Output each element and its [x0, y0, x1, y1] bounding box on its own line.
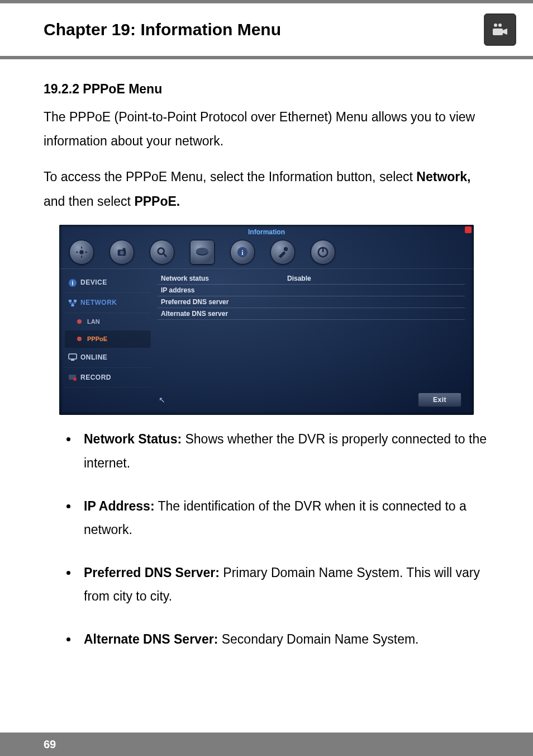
camera-icon — [484, 13, 516, 46]
list-item: Preferred DNS Server: Primary Domain Nam… — [78, 561, 489, 608]
tools-tool-icon[interactable] — [270, 240, 295, 264]
svg-point-10 — [120, 251, 123, 255]
sidebar-label-record: RECORD — [80, 374, 111, 381]
table-row: Alternate DNS server — [158, 308, 465, 320]
row-label-alt-dns: Alternate DNS server — [158, 308, 284, 320]
close-icon[interactable] — [465, 226, 472, 233]
svg-point-4 — [79, 251, 83, 254]
sidebar-item-online[interactable]: ONLINE — [65, 348, 151, 368]
sidebar-label-network: NETWORK — [80, 299, 117, 306]
term-ip-address: IP Address: — [84, 499, 155, 513]
term-preferred-dns: Preferred DNS Server: — [84, 565, 220, 580]
term-network-status: Network Status: — [84, 432, 182, 446]
svg-rect-24 — [74, 300, 77, 302]
bullet-icon — [77, 337, 82, 341]
intro-paragraph-1: The PPPoE (Point-to-Point Protocol over … — [44, 105, 489, 154]
screenshot-wrap: Information — [59, 225, 474, 415]
chapter-title: Chapter 19: Information Menu — [44, 20, 281, 39]
svg-rect-6 — [81, 256, 82, 258]
description-list: Network Status: Shows whether the DVR is… — [44, 427, 489, 651]
exit-button[interactable]: Exit — [418, 393, 461, 407]
svg-rect-27 — [71, 360, 74, 361]
intro-paragraph-2: To access the PPPoE Menu, select the Inf… — [44, 165, 489, 214]
svg-marker-3 — [503, 29, 507, 35]
exit-button-label: Exit — [433, 394, 446, 407]
svg-point-18 — [284, 247, 288, 251]
content: 19.2.2 PPPoE Menu The PPPoE (Point-to-Po… — [0, 59, 533, 651]
list-item: Network Status: Shows whether the DVR is… — [78, 427, 489, 475]
camera-tool-icon[interactable] — [110, 240, 134, 264]
monitor-icon — [68, 353, 77, 362]
sidebar-item-network[interactable]: NETWORK — [65, 293, 151, 313]
search-tool-icon[interactable] — [150, 240, 174, 264]
row-value-network-status: Disable — [284, 272, 465, 285]
section-heading: 19.2.2 PPPoE Menu — [44, 77, 489, 102]
page: Chapter 19: Information Menu 19.2.2 PPPo… — [0, 0, 533, 756]
svg-rect-5 — [81, 247, 82, 249]
sidebar: i DEVICE NETWORK LAN — [65, 273, 151, 388]
svg-text:i: i — [72, 280, 74, 286]
sidebar-sub-pppoe[interactable]: PPPoE — [65, 330, 151, 348]
info-tool-icon[interactable]: i — [230, 240, 255, 264]
header: Chapter 19: Information Menu — [0, 3, 533, 56]
svg-point-0 — [494, 23, 497, 27]
sidebar-item-record[interactable]: RECORD — [65, 368, 151, 388]
list-item: Alternate DNS Server: Secondary Domain N… — [78, 627, 489, 651]
row-label-ip: IP address — [158, 284, 284, 297]
svg-point-1 — [498, 23, 502, 27]
toolbar: i — [59, 237, 474, 267]
svg-point-12 — [158, 248, 164, 254]
table-row: Network status Disable — [158, 273, 465, 285]
footer: 69 — [0, 733, 533, 756]
sidebar-item-device[interactable]: i DEVICE — [65, 273, 151, 293]
row-label-network-status: Network status — [158, 272, 284, 285]
info-table: Network status Disable IP address Prefer… — [158, 273, 465, 320]
svg-rect-8 — [85, 252, 87, 253]
svg-line-13 — [164, 254, 167, 257]
term-alternate-dns: Alternate DNS Server: — [84, 632, 218, 646]
sidebar-sub-lan[interactable]: LAN — [65, 313, 151, 330]
list-item: IP Address: The identification of the DV… — [78, 494, 489, 542]
sidebar-sub-lan-label: LAN — [87, 318, 100, 325]
svg-rect-7 — [76, 252, 78, 253]
svg-rect-2 — [493, 29, 503, 35]
page-number: 69 — [44, 738, 56, 751]
table-row: Preferred DNS server — [158, 296, 465, 308]
svg-point-29 — [73, 377, 77, 381]
svg-rect-25 — [72, 304, 74, 306]
info-icon: i — [68, 278, 77, 287]
sidebar-label-device: DEVICE — [80, 278, 107, 286]
toolbar-separator — [59, 268, 474, 269]
network-icon — [68, 299, 77, 308]
intro-2-bold-1: Network, — [416, 169, 470, 184]
settings-icon[interactable] — [69, 240, 94, 264]
row-label-pref-dns: Preferred DNS server — [158, 296, 284, 309]
intro-2-bold-2: PPPoE. — [134, 194, 180, 209]
svg-rect-26 — [69, 354, 77, 359]
screenshot-panel: Information — [59, 225, 474, 415]
window-titlebar — [59, 225, 474, 235]
sidebar-sub-pppoe-label: PPPoE — [87, 336, 107, 342]
record-icon — [68, 373, 77, 382]
table-row: IP address — [158, 285, 465, 296]
svg-rect-23 — [69, 300, 72, 302]
svg-rect-11 — [123, 248, 126, 251]
svg-point-15 — [196, 248, 208, 254]
bullet-icon — [77, 319, 82, 324]
header-band: Chapter 19: Information Menu — [0, 0, 533, 56]
intro-2a: To access the PPPoE Menu, select the Inf… — [44, 169, 416, 184]
hdd-tool-icon[interactable] — [190, 240, 215, 264]
svg-text:i: i — [241, 249, 244, 257]
cursor-icon: ↖ — [159, 393, 164, 400]
text-alternate-dns: Secondary Domain Name System. — [218, 632, 418, 646]
intro-2b: and then select — [44, 194, 134, 209]
sidebar-label-online: ONLINE — [80, 353, 107, 361]
power-tool-icon[interactable] — [311, 240, 335, 264]
